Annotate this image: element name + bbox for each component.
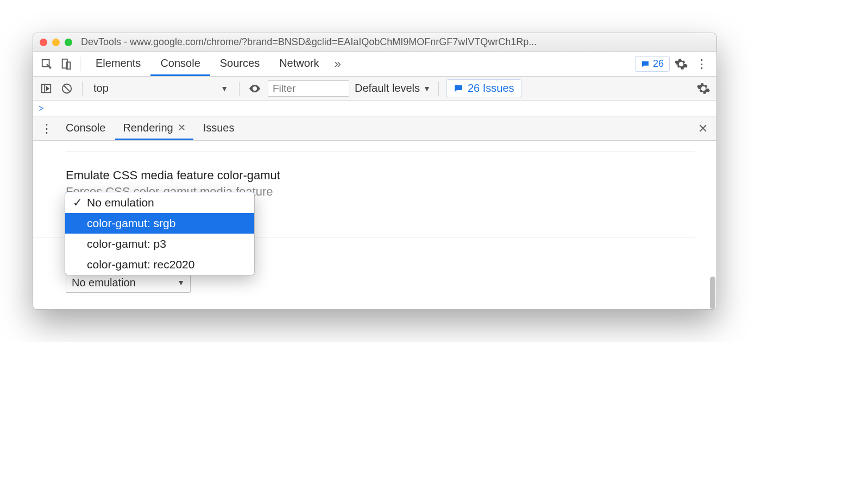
color-gamut-dropdown: ✓ No emulation color-gamut: srgb color-g… [65, 192, 255, 275]
filter-input[interactable] [268, 80, 349, 97]
close-tab-icon[interactable]: ✕ [178, 122, 186, 134]
tab-elements[interactable]: Elements [86, 52, 150, 76]
prompt-symbol: > [39, 104, 43, 114]
option-no-emulation[interactable]: ✓ No emulation [65, 192, 254, 213]
option-p3[interactable]: color-gamut: p3 [65, 234, 254, 254]
main-tabs: Elements Console Sources Network » [86, 52, 347, 76]
divider [82, 81, 83, 96]
svg-point-7 [254, 87, 256, 90]
more-menu-icon[interactable]: ⋮ [693, 57, 711, 71]
zoom-window-button[interactable] [65, 39, 72, 46]
clear-console-icon[interactable] [59, 81, 74, 96]
option-rec2020[interactable]: color-gamut: rec2020 [65, 254, 254, 275]
sidebar-toggle-icon[interactable] [39, 81, 54, 96]
message-icon [454, 84, 463, 93]
context-selector[interactable]: top ▼ [90, 82, 231, 95]
traffic-lights [40, 39, 72, 46]
drawer-tab-issues[interactable]: Issues [196, 117, 242, 140]
device-toolbar-icon[interactable] [58, 56, 74, 72]
issues-button[interactable]: 26 Issues [446, 79, 521, 97]
rendering-panel: Emulate CSS media feature color-gamut Fo… [33, 141, 716, 309]
tab-sources[interactable]: Sources [210, 52, 269, 76]
live-expression-icon[interactable] [247, 81, 262, 96]
message-icon [641, 60, 650, 68]
divider [80, 57, 80, 71]
settings-icon[interactable] [673, 56, 689, 72]
drawer-tabs: ⋮ Console Rendering ✕ Issues ✕ [33, 117, 716, 141]
caret-down-icon: ▼ [423, 84, 431, 93]
issues-badge[interactable]: 26 [635, 56, 670, 72]
divider [239, 81, 240, 96]
caret-down-icon: ▼ [221, 84, 228, 93]
check-icon: ✓ [73, 196, 81, 209]
tab-network[interactable]: Network [269, 52, 329, 76]
minimize-window-button[interactable] [52, 39, 60, 46]
log-levels-selector[interactable]: Default levels ▼ [355, 82, 431, 95]
console-settings-icon[interactable] [696, 81, 711, 96]
close-window-button[interactable] [40, 39, 47, 46]
levels-label: Default levels [355, 82, 420, 95]
inspect-element-icon[interactable] [39, 56, 55, 72]
scrollbar-thumb[interactable] [710, 277, 715, 309]
drawer-menu-icon[interactable]: ⋮ [37, 122, 56, 136]
console-prompt[interactable]: > [33, 101, 716, 117]
console-toolbar: top ▼ Default levels ▼ 26 Issues [33, 77, 716, 101]
more-tabs-icon[interactable]: » [329, 57, 347, 71]
close-drawer-icon[interactable]: ✕ [694, 122, 712, 136]
caret-down-icon: ▼ [177, 278, 185, 287]
section-divider [66, 152, 695, 152]
context-value: top [93, 82, 109, 95]
select-value: No emulation [72, 277, 136, 289]
devtools-window: DevTools - www.google.com/chrome/?brand=… [33, 33, 717, 310]
emulate-color-gamut-title: Emulate CSS media feature color-gamut [66, 168, 716, 183]
drawer-tab-rendering[interactable]: Rendering ✕ [115, 117, 193, 140]
main-toolbar: Elements Console Sources Network » 26 ⋮ [33, 52, 716, 77]
svg-line-6 [64, 85, 70, 91]
titlebar: DevTools - www.google.com/chrome/?brand=… [33, 33, 716, 52]
option-srgb[interactable]: color-gamut: srgb [65, 213, 254, 234]
window-title: DevTools - www.google.com/chrome/?brand=… [81, 36, 710, 48]
divider [438, 81, 439, 96]
drawer-tab-console[interactable]: Console [58, 117, 113, 140]
issues-text: 26 Issues [468, 82, 514, 95]
tab-console[interactable]: Console [150, 52, 210, 76]
issues-count: 26 [653, 58, 664, 70]
